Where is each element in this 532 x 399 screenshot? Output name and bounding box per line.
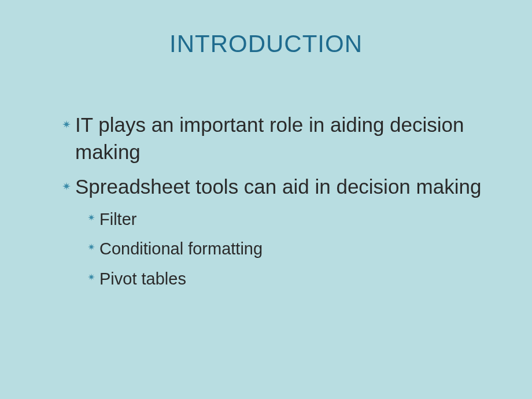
bullet-item: Spreadsheet tools can aid in decision ma… — [58, 173, 497, 200]
slide-content: IT plays an important role in aiding dec… — [0, 58, 532, 291]
bullet-item-sub: Conditional formatting — [58, 237, 497, 262]
bullet-text: Spreadsheet tools can aid in decision ma… — [75, 173, 481, 200]
asterisk-bullet-icon — [83, 243, 99, 250]
bullet-text: IT plays an important role in aiding dec… — [75, 111, 497, 166]
slide: INTRODUCTION IT plays an important role … — [0, 0, 532, 399]
bullet-item-sub: Filter — [58, 207, 497, 232]
bullet-text: Filter — [99, 207, 136, 232]
asterisk-bullet-icon — [58, 120, 75, 128]
asterisk-bullet-icon — [83, 274, 99, 280]
bullet-item: IT plays an important role in aiding dec… — [58, 111, 497, 166]
bullet-text: Pivot tables — [99, 267, 186, 292]
asterisk-bullet-icon — [83, 214, 99, 221]
bullet-item-sub: Pivot tables — [58, 267, 497, 292]
bullet-text: Conditional formatting — [99, 237, 263, 262]
asterisk-bullet-icon — [58, 182, 75, 190]
slide-title: INTRODUCTION — [0, 0, 532, 58]
